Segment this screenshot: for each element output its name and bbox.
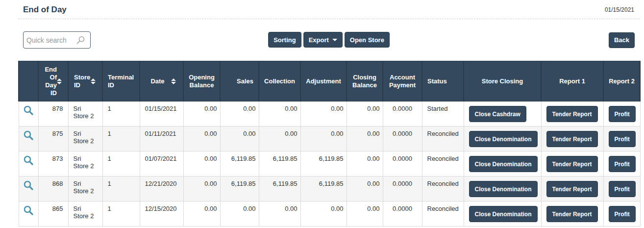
column-header-detail (19, 61, 38, 101)
column-header-date[interactable]: Date (140, 61, 183, 101)
cell-report-2: Profit (603, 101, 640, 127)
tender-report-button[interactable]: Tender Report (546, 181, 598, 197)
profit-button[interactable]: Profit (609, 206, 636, 222)
cell-adjustment: 0.00 (300, 127, 347, 152)
column-header-status: Status (422, 61, 464, 101)
column-header-adjustment: Adjustment (300, 61, 347, 101)
cell-status: Started (422, 101, 464, 127)
column-header-label: Account Payment (389, 74, 416, 89)
cell-terminal-id: 1 (102, 177, 140, 202)
open-store-button-label: Open Store (350, 36, 384, 44)
row-detail-cell (19, 127, 38, 152)
view-detail-magnifier-icon[interactable] (24, 205, 33, 215)
cell-status: Reconciled (422, 152, 464, 177)
cell-report-1: Tender Report (541, 202, 603, 227)
column-header-report-1: Report 1 (541, 61, 603, 101)
column-header-store-closing: Store Closing (464, 61, 541, 101)
cell-report-2: Profit (603, 152, 640, 177)
cell-end-of-day-id: 865 (38, 202, 68, 227)
table-header: End Of Day ID Store ID Terminal ID Date … (19, 61, 640, 101)
store-closing-button[interactable]: Close Denomination (469, 131, 538, 147)
page: End of Day 01/15/2021 Sorting Export Ope… (18, 0, 640, 227)
view-detail-magnifier-icon[interactable] (24, 105, 33, 115)
search-input[interactable] (24, 32, 76, 48)
cell-collection: 0.00 (259, 202, 300, 227)
cell-status: Reconciled (422, 127, 464, 152)
cell-closing-balance: 0.00 (347, 101, 383, 127)
column-header-label: Sales (237, 77, 253, 85)
cell-sales: 6,119.85 (220, 152, 259, 177)
cell-opening-balance: 0.00 (183, 127, 220, 152)
profit-button[interactable]: Profit (609, 131, 636, 147)
view-detail-magnifier-icon[interactable] (24, 180, 33, 190)
row-detail-cell (19, 202, 38, 227)
table-row: 878 Sri Store 2 1 01/15/2021 0.00 0.00 0… (19, 101, 640, 127)
column-header-label: Opening Balance (189, 74, 215, 89)
cell-store-closing: Close Denomination (464, 177, 541, 202)
store-closing-button[interactable]: Close Denomination (469, 181, 538, 197)
cell-report-2: Profit (603, 202, 640, 227)
profit-button[interactable]: Profit (609, 106, 636, 122)
row-detail-cell (19, 101, 38, 127)
table-row: 873 Sri Store 2 1 01/07/2021 0.00 6,119.… (19, 152, 640, 177)
cell-store-id: Sri Store 2 (68, 127, 102, 152)
cell-opening-balance: 0.00 (183, 101, 220, 127)
cell-report-2: Profit (603, 127, 640, 152)
column-header-store-id[interactable]: Store ID (68, 61, 102, 101)
cell-closing-balance: 0.00 (347, 152, 383, 177)
cell-adjustment: 6,119.85 (300, 152, 347, 177)
search-icon (76, 36, 85, 44)
tender-report-button[interactable]: Tender Report (546, 106, 598, 122)
column-header-label: Store Closing (482, 77, 523, 85)
export-button[interactable]: Export (303, 32, 343, 48)
sorting-button-label: Sorting (273, 36, 296, 44)
cell-sales: 0.00 (220, 202, 259, 227)
cell-date: 12/21/2020 (140, 177, 183, 202)
cell-terminal-id: 1 (102, 101, 140, 127)
column-header-label: Report 1 (559, 77, 585, 85)
cell-closing-balance: 0.00 (347, 202, 383, 227)
profit-button[interactable]: Profit (609, 181, 636, 197)
sort-icon (171, 78, 176, 84)
view-detail-magnifier-icon[interactable] (24, 130, 33, 140)
tender-report-button[interactable]: Tender Report (546, 156, 598, 172)
end-of-day-table: End Of Day ID Store ID Terminal ID Date … (18, 61, 641, 227)
page-date: 01/15/2021 (605, 6, 634, 13)
sorting-button[interactable]: Sorting (268, 32, 301, 48)
cell-adjustment: 0.00 (300, 101, 347, 127)
cell-report-1: Tender Report (541, 101, 603, 127)
cell-sales: 6,119.85 (220, 177, 259, 202)
cell-status: Reconciled (422, 202, 464, 227)
store-closing-button[interactable]: Close Denomination (469, 156, 538, 172)
cell-end-of-day-id: 875 (38, 127, 68, 152)
search-box (23, 31, 91, 49)
cell-report-2: Profit (603, 177, 640, 202)
caret-down-icon (332, 39, 337, 41)
cell-date: 01/07/2021 (140, 152, 183, 177)
column-header-label: Closing Balance (352, 74, 377, 89)
column-header-end-of-day-id[interactable]: End Of Day ID (38, 61, 68, 101)
cell-store-id: Sri Store 2 (68, 202, 102, 227)
view-detail-magnifier-icon[interactable] (24, 155, 33, 165)
store-closing-button[interactable]: Close Denomination (469, 206, 538, 222)
table-header-row: End Of Day ID Store ID Terminal ID Date … (19, 61, 640, 101)
column-header-label: Terminal ID (108, 74, 134, 89)
open-store-button[interactable]: Open Store (345, 32, 390, 48)
export-button-label: Export (309, 36, 329, 44)
cell-opening-balance: 0.00 (183, 202, 220, 227)
cell-status: Reconciled (422, 177, 464, 202)
profit-button[interactable]: Profit (609, 156, 636, 172)
column-header-collection: Collection (259, 61, 300, 101)
column-header-label: Adjustment (306, 77, 341, 85)
tender-report-button[interactable]: Tender Report (546, 206, 598, 222)
row-detail-cell (19, 177, 38, 202)
table-body: 878 Sri Store 2 1 01/15/2021 0.00 0.00 0… (19, 101, 640, 227)
cell-adjustment: 0.00 (300, 202, 347, 227)
back-button[interactable]: Back (609, 32, 635, 48)
page-title: End of Day (23, 4, 635, 15)
store-closing-button[interactable]: Close Cashdraw (469, 106, 526, 122)
cell-store-closing: Close Denomination (464, 127, 541, 152)
cell-terminal-id: 1 (102, 127, 140, 152)
cell-account-payment: 0.0000 (383, 177, 422, 202)
tender-report-button[interactable]: Tender Report (546, 131, 598, 147)
